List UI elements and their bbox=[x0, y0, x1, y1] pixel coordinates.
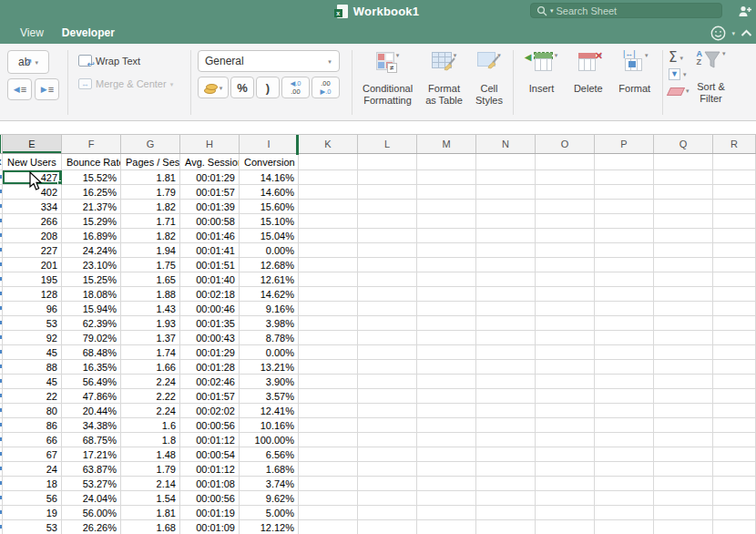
cell[interactable] bbox=[536, 170, 595, 185]
cell[interactable]: 3.98% bbox=[240, 316, 299, 331]
cell[interactable] bbox=[299, 229, 358, 243]
cell[interactable] bbox=[595, 447, 654, 462]
cell[interactable] bbox=[595, 462, 654, 477]
decrease-indent-button[interactable]: ◀≡ bbox=[7, 78, 32, 100]
cell[interactable] bbox=[536, 200, 595, 214]
cell[interactable] bbox=[654, 375, 713, 389]
orientation-dropdown-icon[interactable]: ▾ bbox=[36, 59, 39, 66]
cell[interactable] bbox=[299, 447, 358, 462]
cell[interactable]: 3.74% bbox=[240, 477, 299, 491]
cell[interactable]: 3.57% bbox=[240, 389, 299, 404]
cell[interactable] bbox=[713, 302, 756, 316]
cell[interactable]: 68.48% bbox=[62, 345, 121, 360]
cell[interactable]: 12.61% bbox=[240, 272, 299, 287]
cell[interactable] bbox=[536, 316, 595, 331]
column-header-N[interactable]: N bbox=[476, 135, 536, 153]
cell[interactable]: 86 bbox=[3, 418, 62, 433]
cell[interactable] bbox=[476, 491, 536, 506]
cell[interactable] bbox=[417, 170, 476, 185]
cell[interactable]: 1.79 bbox=[121, 185, 180, 200]
cell[interactable] bbox=[595, 331, 654, 345]
cell[interactable] bbox=[595, 258, 654, 272]
cell[interactable] bbox=[595, 170, 654, 185]
fill-dropdown-icon[interactable]: ▾ bbox=[683, 71, 687, 77]
cell[interactable] bbox=[358, 214, 417, 229]
cell[interactable] bbox=[417, 477, 476, 491]
cell[interactable]: 53 bbox=[3, 520, 62, 534]
cell[interactable]: 5.00% bbox=[240, 506, 299, 520]
cell[interactable] bbox=[595, 491, 654, 506]
cell[interactable]: 2.22 bbox=[121, 389, 180, 404]
cell[interactable]: 00:01:46 bbox=[180, 229, 240, 243]
cell[interactable] bbox=[536, 258, 595, 272]
cell[interactable] bbox=[713, 375, 756, 389]
insert-dropdown-icon[interactable]: ▾ bbox=[555, 52, 558, 58]
column-header-L[interactable]: L bbox=[358, 135, 417, 153]
cell[interactable] bbox=[299, 491, 358, 506]
cell[interactable] bbox=[358, 462, 417, 477]
cell[interactable]: 15.60% bbox=[240, 200, 299, 214]
cell[interactable] bbox=[654, 214, 713, 229]
cell[interactable] bbox=[417, 243, 476, 258]
cell[interactable] bbox=[595, 418, 654, 433]
tab-developer[interactable]: Developer bbox=[53, 22, 124, 44]
column-header-F[interactable]: F bbox=[62, 135, 121, 153]
cell[interactable] bbox=[536, 491, 595, 506]
feedback-smiley-icon[interactable] bbox=[710, 26, 726, 41]
cell[interactable] bbox=[358, 287, 417, 302]
cell[interactable] bbox=[476, 243, 536, 258]
cell[interactable] bbox=[358, 258, 417, 272]
cell[interactable]: 23.10% bbox=[62, 258, 121, 272]
column-header-R[interactable]: R bbox=[713, 135, 756, 153]
cell[interactable] bbox=[713, 229, 756, 243]
accounting-dropdown-icon[interactable]: ▾ bbox=[220, 85, 223, 91]
cell[interactable] bbox=[654, 345, 713, 360]
cell[interactable]: 3.90% bbox=[240, 375, 299, 389]
cell[interactable] bbox=[417, 418, 476, 433]
header-cell[interactable] bbox=[595, 154, 654, 170]
cell[interactable] bbox=[299, 433, 358, 447]
cell[interactable] bbox=[536, 302, 595, 316]
tab-view[interactable]: View bbox=[11, 22, 53, 44]
cell[interactable] bbox=[299, 360, 358, 375]
cell[interactable] bbox=[299, 375, 358, 389]
cell[interactable] bbox=[358, 360, 417, 375]
cell[interactable]: 2.24 bbox=[121, 404, 180, 418]
cell[interactable] bbox=[536, 447, 595, 462]
cell[interactable] bbox=[417, 506, 476, 520]
cell[interactable]: 00:01:29 bbox=[180, 170, 240, 185]
cell[interactable] bbox=[476, 418, 536, 433]
cell[interactable] bbox=[713, 287, 756, 302]
cell[interactable] bbox=[595, 272, 654, 287]
cell[interactable] bbox=[358, 506, 417, 520]
cell[interactable]: 00:01:57 bbox=[180, 389, 240, 404]
collapse-ribbon-icon[interactable] bbox=[741, 29, 752, 37]
cell[interactable] bbox=[299, 404, 358, 418]
percent-style-button[interactable]: % bbox=[230, 77, 254, 98]
cell[interactable]: 15.04% bbox=[240, 229, 299, 243]
cell[interactable] bbox=[417, 272, 476, 287]
cell[interactable] bbox=[654, 200, 713, 214]
cell[interactable]: 1.75 bbox=[121, 258, 180, 272]
increase-decimal-button[interactable]: ◀.0 .00 bbox=[281, 77, 310, 98]
cell[interactable] bbox=[595, 243, 654, 258]
cell[interactable]: 14.16% bbox=[240, 170, 299, 185]
cell[interactable] bbox=[476, 506, 536, 520]
cell[interactable] bbox=[417, 185, 476, 200]
cell[interactable] bbox=[654, 302, 713, 316]
column-header-G[interactable]: G bbox=[121, 135, 180, 153]
cell[interactable]: 21.37% bbox=[62, 200, 121, 214]
cell[interactable]: 56.00% bbox=[62, 506, 121, 520]
cell[interactable] bbox=[358, 345, 417, 360]
cell[interactable]: 24 bbox=[3, 462, 62, 477]
cell[interactable]: 19 bbox=[3, 506, 62, 520]
cell[interactable] bbox=[595, 214, 654, 229]
cell[interactable] bbox=[654, 404, 713, 418]
cell[interactable]: 00:01:41 bbox=[180, 243, 240, 258]
header-cell[interactable]: Avg. Session bbox=[180, 154, 240, 170]
cell[interactable] bbox=[417, 214, 476, 229]
cell[interactable] bbox=[358, 477, 417, 491]
cell[interactable] bbox=[476, 375, 536, 389]
cell[interactable]: 2.14 bbox=[121, 477, 180, 491]
cell[interactable] bbox=[358, 433, 417, 447]
